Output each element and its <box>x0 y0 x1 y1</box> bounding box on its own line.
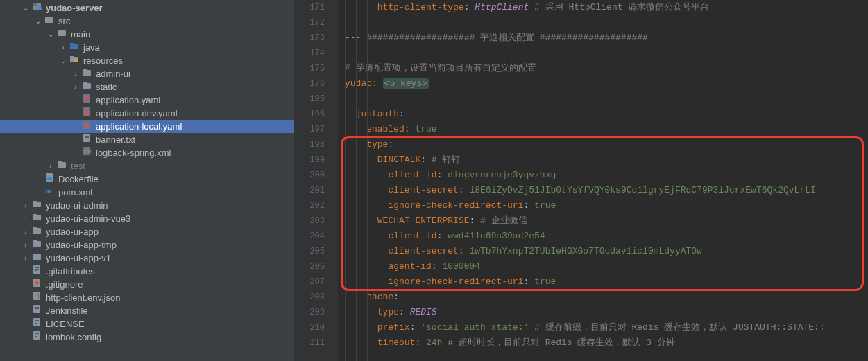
tree-arrow-icon[interactable]: › <box>71 80 80 94</box>
line-number: 210 <box>295 320 325 335</box>
tree-item-lombok-config[interactable]: ·lombok.config <box>0 331 294 344</box>
line-number: 202 <box>295 198 325 213</box>
tree-item-http-client-env-json[interactable]: ·{ }http-client.env.json <box>0 291 294 304</box>
tree-item-label: http-client.env.json <box>46 291 120 304</box>
svg-rect-58 <box>35 322 39 322</box>
tree-item-application-local-yaml[interactable]: ·Ⓞapplication-local.yaml <box>0 120 294 133</box>
tree-item-yudao-ui-admin-vue3[interactable]: ›yudao-ui-admin-vue3 <box>0 212 294 225</box>
code-line[interactable]: client-secret: 1wTb7hYxnpT2TUbIeHGXGo7T0… <box>345 244 868 259</box>
tree-arrow-icon[interactable]: › <box>21 238 31 252</box>
project-tree[interactable]: ⌄yudao-server⌄src⌄main›java⌄resources›ad… <box>0 0 295 361</box>
tree-item-application-dev-yaml[interactable]: ·Ⓞapplication-dev.yaml <box>0 107 294 120</box>
tree-item-yudao-ui-app-v1[interactable]: ›yudao-ui-app-v1 <box>0 252 294 265</box>
code-line[interactable] <box>345 46 868 61</box>
code-token: dingvrnreaje3yqvzhxg <box>448 170 556 180</box>
code-token: ignore-check-redirect-uri <box>388 200 523 211</box>
tree-item-src[interactable]: ⌄src <box>0 15 294 28</box>
svg-rect-8 <box>70 43 74 45</box>
txt-icon <box>31 304 43 317</box>
code-line[interactable]: enabled: true <box>345 122 868 137</box>
tree-item-yudao-ui-admin[interactable]: ›yudao-ui-admin <box>0 199 294 212</box>
tree-item-license[interactable]: ·LICENSE <box>0 317 294 331</box>
code-line[interactable]: http-client-type: HttpClient # 采用 HttpCl… <box>345 0 868 15</box>
code-line[interactable]: agent-id: 1000004 <box>345 259 868 274</box>
json-icon: { } <box>31 291 43 304</box>
tree-arrow-icon[interactable]: › <box>21 225 31 238</box>
svg-rect-57 <box>35 320 39 321</box>
tree-item-yudao-ui-app-tmp[interactable]: ›yudao-ui-app-tmp <box>0 238 294 252</box>
code-line[interactable]: type: REDIS <box>345 305 868 320</box>
code-line[interactable]: # 芋道配置项，设置当前项目所有自定义的配置 <box>345 61 868 76</box>
tree-item-label: logback-spring.xml <box>96 146 171 159</box>
folder-icon <box>43 15 56 28</box>
code-line[interactable]: justauth: <box>345 107 868 122</box>
tree-item--gitignore[interactable]: ·.gitignore <box>0 278 294 291</box>
code-editor[interactable]: 1711721731741751761951961971981992002012… <box>295 0 868 361</box>
line-number: 197 <box>295 122 325 137</box>
folder-icon <box>31 225 43 238</box>
tree-arrow-icon[interactable]: › <box>58 41 68 54</box>
tree-item-application-yaml[interactable]: ·Ⓞapplication.yaml <box>0 94 294 107</box>
tree-arrow-icon[interactable]: ⌄ <box>21 1 31 15</box>
code-line[interactable]: DINGTALK: # 钉钉 <box>345 152 868 168</box>
code-line[interactable]: timeout: 24h # 超时时长，目前只对 Redis 缓存生效，默认 3… <box>345 335 868 351</box>
tree-item-test[interactable]: ›test <box>0 159 294 173</box>
maven-icon: m <box>43 186 56 199</box>
code-token: true <box>534 276 556 287</box>
code-token: : <box>399 307 410 317</box>
code-token: client-secret <box>388 185 458 195</box>
line-number: 199 <box>295 152 325 168</box>
svg-rect-29 <box>58 161 62 164</box>
tree-item-jenkinsfile[interactable]: ·Jenkinsfile <box>0 304 294 317</box>
code-line[interactable] <box>345 15 868 30</box>
svg-rect-55 <box>35 310 37 310</box>
code-line[interactable]: cache: <box>345 290 868 305</box>
svg-text:Ⓞ: Ⓞ <box>84 96 90 103</box>
tree-item-pom-xml[interactable]: ·mpom.xml <box>0 186 294 199</box>
tree-item-yudao-ui-app[interactable]: ›yudao-ui-app <box>0 225 294 238</box>
tree-arrow-icon[interactable]: ⌄ <box>58 54 68 67</box>
tree-arrow-icon[interactable]: ⌄ <box>33 15 43 28</box>
tree-item-static[interactable]: ›static <box>0 80 294 94</box>
code-token: # 超时时长，目前只对 Redis 缓存生效，默认 3 分钟 <box>442 337 674 348</box>
svg-point-2 <box>37 6 42 10</box>
code-line[interactable]: ignore-check-redirect-uri: true <box>345 198 868 213</box>
svg-rect-61 <box>35 333 39 334</box>
tree-arrow-icon[interactable]: › <box>21 212 31 225</box>
tree-item-logback-spring-xml[interactable]: ·xmllogback-spring.xml <box>0 146 294 159</box>
tree-item-banner-txt[interactable]: ·banner.txt <box>0 133 294 146</box>
svg-rect-11 <box>74 59 78 62</box>
code-line[interactable]: WECHAT_ENTERPRISE: # 企业微信 <box>345 213 868 229</box>
svg-rect-31 <box>46 178 52 180</box>
tree-arrow-icon[interactable]: › <box>21 199 31 212</box>
code-line[interactable]: yudao: <5 keys> <box>345 76 868 91</box>
tree-item-resources[interactable]: ⌄resources <box>0 54 294 67</box>
code-line[interactable]: prefix: 'social_auth_state:' # 缓存前缀，目前只对… <box>345 320 868 335</box>
svg-rect-25 <box>85 139 87 139</box>
code-token: : <box>523 276 534 287</box>
code-line[interactable] <box>345 91 868 107</box>
tree-item-main[interactable]: ⌄main <box>0 28 294 41</box>
tree-item-label: yudao-server <box>46 1 103 15</box>
code-line[interactable]: ignore-check-redirect-uri: true <box>345 274 868 290</box>
tree-arrow-icon[interactable]: › <box>71 67 80 80</box>
code-line[interactable]: client-id: dingvrnreaje3yqvzhxg <box>345 168 868 183</box>
code-line[interactable]: --- #################### 芋道相关配置 ########… <box>345 30 868 46</box>
code-token: enabled <box>366 124 405 134</box>
code-line[interactable]: client-secret: i8E6iZyDvZj51JIb0tYsYfVQY… <box>345 183 868 198</box>
tree-item-label: test <box>71 159 85 173</box>
svg-rect-13 <box>83 69 87 71</box>
code-area[interactable]: http-client-type: HttpClient # 采用 HttpCl… <box>338 0 868 361</box>
code-line[interactable]: type: <box>345 137 868 152</box>
tree-item-java[interactable]: ›java <box>0 41 294 54</box>
tree-arrow-icon[interactable]: › <box>46 159 56 173</box>
code-line[interactable]: client-id: wwd411c69a39ad2e54 <box>345 229 868 244</box>
tree-item-yudao-server[interactable]: ⌄yudao-server <box>0 1 294 15</box>
tree-arrow-icon[interactable]: ⌄ <box>46 28 56 41</box>
line-number: 211 <box>295 335 325 351</box>
tree-arrow-icon[interactable]: › <box>21 252 31 265</box>
tree-item-admin-ui[interactable]: ›admin-ui <box>0 67 294 80</box>
code-token <box>345 307 377 317</box>
tree-item-dockerfile[interactable]: ·Dockerfile <box>0 173 294 186</box>
tree-item--gitattributes[interactable]: ·.gitattributes <box>0 265 294 278</box>
